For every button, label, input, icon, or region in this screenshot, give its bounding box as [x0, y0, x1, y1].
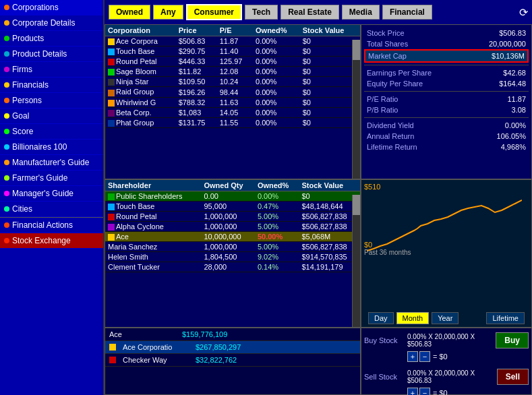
corp-row[interactable]: Whirlwind G$788.3211.630.00%$0 — [105, 97, 360, 107]
sell-plus-btn[interactable]: + — [407, 388, 418, 395]
tab-tech[interactable]: Tech — [245, 5, 278, 20]
sh-name: Round Petal — [105, 212, 201, 222]
chart-btn-month[interactable]: Month — [396, 312, 430, 324]
sidebar-item-persons[interactable]: Persons — [0, 93, 103, 109]
corp-price: $446.33 — [176, 57, 217, 67]
buy-minus-btn[interactable]: − — [419, 351, 430, 362]
sidebar-item-financials[interactable]: Financials — [0, 78, 103, 93]
refresh-icon[interactable]: ⟳ — [519, 6, 528, 19]
sidebar-dot-stock-exchange — [4, 238, 9, 243]
sh-name: Public Shareholders — [105, 191, 201, 202]
chart-btn-year[interactable]: Year — [432, 312, 459, 324]
sidebar-item-cities[interactable]: Cities — [0, 202, 103, 217]
sidebar-item-financial-actions[interactable]: Financial Actions — [0, 217, 103, 233]
chart-lifetime-group: Lifetime — [486, 312, 525, 324]
sidebar-item-stock-exchange[interactable]: Stock Exchange — [0, 233, 103, 249]
corp-row[interactable]: Sage Bloom$11.8212.080.00%$0 — [105, 67, 360, 77]
buy-bottom-row: +− = $0 — [364, 350, 529, 363]
info-row-dividend-yield: Dividend Yield0.00% — [364, 120, 529, 131]
tab-media[interactable]: Media — [342, 5, 380, 20]
corp-row[interactable]: Phat Group$131.7511.550.00%$0 — [105, 117, 360, 127]
sidebar-item-billionaires[interactable]: Billionaires 100 — [0, 140, 103, 155]
col-owned: Owned% — [253, 25, 300, 36]
info-value: $506.83 — [499, 29, 526, 37]
shareholder-row[interactable]: Alpha Cyclone1,000,0005.00%$506,827,838 — [105, 222, 360, 232]
sidebar-item-corporations[interactable]: Corporations — [0, 0, 103, 16]
sidebar-dot-product-details — [4, 51, 9, 57]
main-content: Corporation Price P/E Owned% Stock Value… — [105, 24, 532, 395]
shareholder-row[interactable]: Helen Smith1,804,5009.02%$914,570,835 — [105, 252, 360, 262]
shareholder-row[interactable]: Touch Base95,0000.47%$48,148,644 — [105, 202, 360, 212]
bottom-item-name: Ace Corporatio — [123, 343, 190, 351]
corp-price: $131.75 — [176, 117, 217, 127]
info-label: Total Shares — [367, 40, 408, 48]
bottom-list-item[interactable]: Ace$159,776,109 — [105, 328, 360, 341]
sh-scrollbar[interactable] — [352, 195, 360, 327]
sidebar-item-score[interactable]: Score — [0, 124, 103, 140]
corp-row[interactable]: Raid Group$196.2698.440.00%$0 — [105, 87, 360, 97]
corp-pe: 125.97 — [217, 57, 253, 67]
sell-info: 0.00% X 20,000,000 X $506.83 — [407, 369, 494, 384]
stock-info-panel: Stock Price$506.83Total Shares20,000,000… — [361, 24, 532, 179]
info-row-total-shares: Total Shares20,000,000 — [364, 38, 529, 49]
sh-value: $506,827,838 — [299, 212, 360, 222]
bottom-list-item[interactable]: Ace Corporatio$267,850,297 — [105, 341, 360, 354]
col-stockval: Stock Value — [300, 25, 360, 36]
sell-button[interactable]: Sell — [497, 369, 529, 385]
sidebar-dot-financial-actions — [4, 222, 9, 228]
tab-real-estate[interactable]: Real Estate — [280, 5, 339, 20]
sh-value: $48,148,644 — [299, 202, 360, 212]
tab-financial[interactable]: Financial — [382, 5, 432, 20]
buy-plus-btn[interactable]: + — [407, 351, 418, 362]
tab-any[interactable]: Any — [153, 5, 183, 20]
sidebar-item-managers-guide[interactable]: Manager's Guide — [0, 186, 103, 202]
sell-plus-minus: +− — [407, 388, 430, 395]
sidebar-dot-goal — [4, 113, 9, 119]
corp-name: Ace Corpora — [105, 36, 176, 47]
info-row-p/b-ratio: P/B Ratio3.08 — [364, 104, 529, 115]
sidebar-dot-corporations — [4, 5, 9, 10]
corp-row[interactable]: Beta Corp.$1,08314.050.00%$0 — [105, 107, 360, 117]
shareholder-row[interactable]: Round Petal1,000,0005.00%$506,827,838 — [105, 212, 360, 222]
sidebar-item-product-details[interactable]: Product Details — [0, 47, 103, 62]
sh-col-name: Shareholder — [105, 180, 201, 191]
sidebar-item-products[interactable]: Products — [0, 31, 103, 47]
corporation-table: Corporation Price P/E Owned% Stock Value… — [105, 25, 360, 128]
chart-btn-day[interactable]: Day — [368, 312, 394, 324]
col-price: Price — [176, 25, 217, 36]
corp-pe: 11.87 — [217, 36, 253, 47]
shareholder-row[interactable]: Maria Sanchez1,000,0005.00%$506,827,838 — [105, 242, 360, 252]
tab-consumer[interactable]: Consumer — [186, 4, 242, 20]
corp-price: $788.32 — [176, 97, 217, 107]
shareholder-row[interactable]: Public Shareholders0.000.00%$0 — [105, 191, 360, 202]
sidebar-label-manufacturers-guide: Manufacturer's Guide — [12, 158, 89, 167]
info-value: 20,000,000 — [489, 40, 526, 48]
sidebar-item-manufacturers-guide[interactable]: Manufacturer's Guide — [0, 155, 103, 171]
buy-button[interactable]: Buy — [496, 332, 529, 348]
sell-minus-btn[interactable]: − — [419, 388, 430, 395]
chart-btn-lifetime[interactable]: Lifetime — [486, 312, 525, 324]
shareholder-row[interactable]: Clement Tucker28,0000.14%$14,191,179 — [105, 262, 360, 272]
sidebar-item-corporate-details[interactable]: Corporate Details — [0, 16, 103, 31]
corp-row[interactable]: Round Petal$446.33125.970.00%$0 — [105, 57, 360, 67]
sidebar-item-firms[interactable]: Firms — [0, 62, 103, 78]
info-value: 0.00% — [505, 121, 526, 129]
sh-qty: 95,000 — [201, 202, 254, 212]
sidebar-label-product-details: Product Details — [12, 49, 67, 59]
sidebar-item-goal[interactable]: Goal — [0, 109, 103, 124]
corp-row[interactable]: Ninja Star$109.5010.240.00%$0 — [105, 77, 360, 87]
corp-row[interactable]: Ace Corpora$506.8311.870.00%$0 — [105, 36, 360, 47]
corp-scrollbar[interactable] — [352, 40, 360, 179]
sh-name: Clement Tucker — [105, 262, 201, 272]
info-label: Dividend Yield — [367, 121, 414, 129]
corp-owned: 0.00% — [253, 47, 300, 57]
bottom-list-item[interactable]: Checker Way$32,822,762 — [105, 354, 360, 367]
sidebar-item-farmers-guide[interactable]: Farmer's Guide — [0, 171, 103, 186]
tab-owned[interactable]: Owned — [109, 5, 150, 20]
sidebar-dot-financials — [4, 82, 9, 88]
shareholder-row[interactable]: Ace10,000,00050.00%$5,068M — [105, 232, 360, 242]
sidebar-label-goal: Goal — [12, 111, 29, 121]
corp-row[interactable]: Touch Base$290.7511.400.00%$0 — [105, 47, 360, 57]
sidebar-label-firms: Firms — [12, 65, 32, 74]
info-value: $164.48 — [499, 80, 526, 88]
